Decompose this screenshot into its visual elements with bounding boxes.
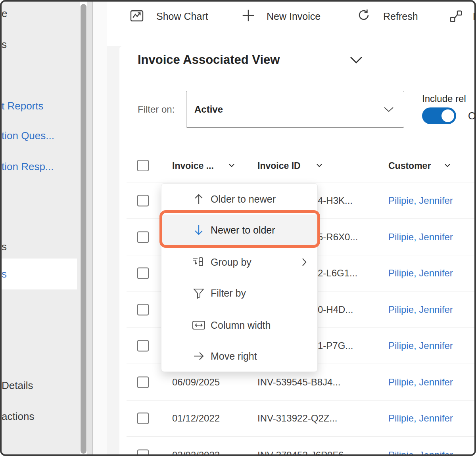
invoice-id-cell: 4-H3K...	[318, 195, 353, 206]
select-all-checkbox[interactable]	[137, 160, 149, 171]
invoice-id-cell: INV-313922-Q2Z...	[257, 413, 337, 424]
row-checkbox[interactable]	[137, 413, 149, 424]
column-header-invoice-id-chevron-icon[interactable]	[316, 163, 322, 167]
customer-link[interactable]: Pilipie, Jennifer	[388, 377, 453, 388]
row-checkbox[interactable]	[137, 268, 149, 279]
flow-icon[interactable]	[449, 10, 463, 23]
arrow-up-icon	[192, 193, 206, 205]
sidebar-item-selected-label: s	[2, 268, 7, 280]
sidebar-item-2[interactable]: s	[2, 36, 77, 52]
menu-item-column-width[interactable]: Column width	[161, 310, 317, 341]
menu-separator	[161, 309, 317, 309]
filter-dropdown[interactable]: Active	[186, 91, 404, 128]
sidebar-item-1[interactable]: e	[2, 6, 77, 21]
group-by-icon	[192, 256, 206, 268]
invoice-id-cell: INV-539545-B8J4...	[257, 377, 340, 388]
show-chart-button[interactable]: Show Chart	[156, 9, 208, 24]
header-divider	[127, 182, 476, 182]
invoice-id-cell: INV-379452-J6P0F6	[257, 450, 344, 456]
sidebar-item-details[interactable]: Details	[2, 377, 77, 393]
move-right-icon	[192, 351, 206, 361]
view-selector-chevron-icon[interactable]	[349, 56, 363, 64]
filter-dropdown-value: Active	[194, 91, 223, 127]
column-header-invoice-id[interactable]: Invoice ID	[257, 159, 301, 172]
menu-item-group-by[interactable]: Group by	[161, 247, 317, 278]
arrow-down-icon	[192, 224, 206, 236]
sidebar-item-questions[interactable]: tion Ques...	[2, 128, 77, 144]
menu-item-label: Group by	[211, 257, 251, 268]
customer-link[interactable]: Pilipie, Jennifer	[388, 232, 453, 243]
menu-item-newer-to-older[interactable]: Newer to older	[161, 215, 317, 245]
refresh-icon	[357, 8, 371, 22]
show-chart-icon	[130, 9, 144, 23]
sidebar-scrollbar-thumb[interactable]	[81, 4, 86, 454]
invoice-id-cell: 0-H4D...	[318, 304, 353, 315]
include-related-toggle[interactable]	[422, 107, 456, 124]
invoice-id-cell: 5-R6X0...	[318, 232, 358, 243]
refresh-button[interactable]: Refresh	[383, 9, 418, 24]
customer-link[interactable]: Pilipie, Jennifer	[388, 340, 453, 351]
menu-item-label: Column width	[211, 320, 271, 331]
column-header-customer[interactable]: Customer	[388, 159, 431, 172]
new-invoice-button[interactable]: New Invoice	[267, 9, 321, 24]
row-checkbox[interactable]	[137, 232, 149, 243]
row-checkbox[interactable]	[137, 195, 149, 207]
row-checkbox[interactable]	[137, 304, 149, 316]
sidebar-item-selected[interactable]: s	[2, 259, 77, 289]
toggle-knob	[441, 109, 454, 122]
page-title: Invoice Associated View	[138, 51, 280, 69]
sidebar-item-responses[interactable]: tion Resp...	[2, 159, 77, 174]
invoice-date-cell: 02/02/2022	[172, 450, 220, 456]
dropdown-chevron-icon	[383, 106, 394, 113]
menu-item-filter-by[interactable]: Filter by	[161, 278, 317, 308]
row-checkbox[interactable]	[137, 449, 149, 456]
menu-item-label: Move right	[211, 351, 257, 362]
row-checkbox[interactable]	[137, 340, 149, 352]
submenu-chevron-right-icon	[301, 257, 307, 267]
customer-link[interactable]: Pilipie, Jennifer	[388, 413, 453, 424]
customer-link[interactable]: Pilipie, Jennifer	[388, 304, 453, 315]
invoice-id-cell: 1-P7G...	[318, 340, 353, 351]
filter-icon	[192, 287, 206, 299]
invoice-id-cell: 2-L6G1...	[318, 268, 357, 279]
table-row[interactable]: 01/12/2022 INV-313922-Q2Z... Pilipie, Je…	[127, 400, 476, 437]
sidebar-item-6[interactable]: s	[2, 239, 77, 255]
menu-item-label: Older to newer	[211, 194, 276, 205]
sidebar-item-actions[interactable]: actions	[2, 408, 77, 424]
customer-link[interactable]: Pilipie, Jennifer	[388, 195, 453, 206]
menu-item-label: Filter by	[211, 287, 246, 299]
sidebar-item-reports[interactable]: t Reports	[2, 98, 77, 114]
table-row[interactable]: 02/02/2022 INV-379452-J6P0F6 Pilipie, Je…	[127, 437, 476, 456]
screenshot-frame: e s t Reports tion Ques... tion Resp... …	[0, 0, 476, 456]
plus-icon	[241, 8, 256, 23]
customer-link[interactable]: Pilipie, Jennifer	[388, 268, 453, 279]
invoice-date-cell: 01/12/2022	[172, 413, 220, 424]
sidebar-scrollbar-track	[87, 2, 92, 456]
column-header-invoice-date-chevron-icon[interactable]	[228, 163, 235, 167]
column-width-icon	[192, 320, 206, 330]
panel-gap	[93, 2, 107, 456]
include-related-label: Include rel	[422, 92, 476, 105]
menu-item-move-right[interactable]: Move right	[161, 341, 317, 372]
toggle-state-label: O	[468, 109, 476, 122]
column-header-customer-chevron-icon[interactable]	[444, 163, 451, 167]
column-header-invoice-date[interactable]: Invoice ...	[172, 159, 214, 172]
menu-item-label: Newer to older	[211, 224, 275, 236]
menu-item-older-to-newer[interactable]: Older to newer	[161, 184, 317, 215]
customer-link[interactable]: Pilipie, Jennifer	[388, 450, 453, 456]
toolbar-overflow-label[interactable]: F	[473, 9, 476, 24]
invoice-date-cell: 06/09/2025	[172, 377, 220, 388]
column-sort-context-menu: Older to newer Newer to older	[161, 183, 318, 372]
filter-on-label: Filter on:	[138, 102, 175, 117]
row-checkbox[interactable]	[137, 377, 149, 388]
menu-separator	[161, 246, 317, 246]
